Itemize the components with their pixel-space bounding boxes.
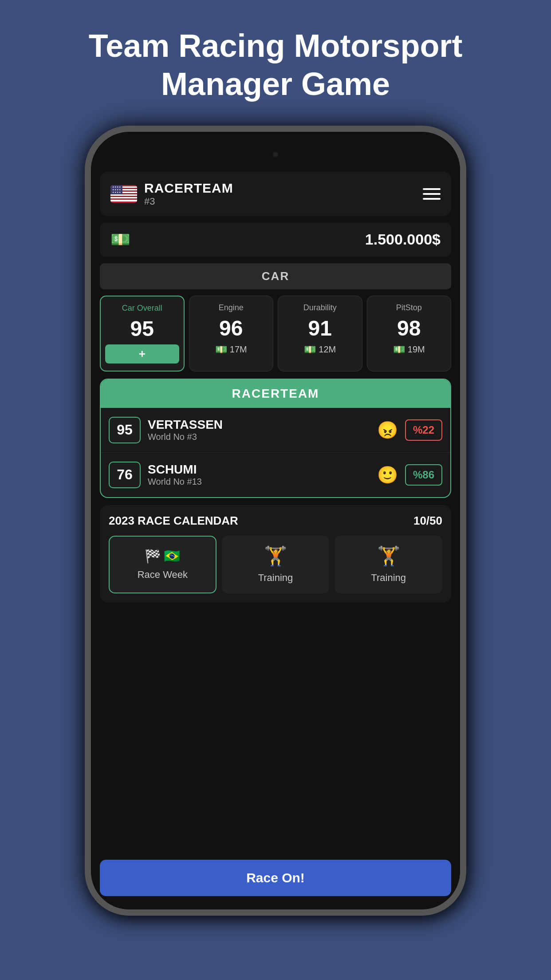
- menu-line-3: [423, 198, 441, 200]
- cost-value-durability: 12M: [319, 344, 336, 355]
- calendar-header: 2023 RACE CALENDAR 10/50: [109, 514, 442, 528]
- money-bar: 💵 1.500.000$: [100, 222, 451, 257]
- bottom-bar: Race On!: [91, 854, 460, 909]
- cost-value-pitstop: 19M: [408, 344, 425, 355]
- stat-card-engine: Engine 96 💵 17M: [189, 296, 274, 371]
- cost-icon-engine: 💵: [215, 344, 227, 356]
- calendar-item-race-week-label: Race Week: [138, 569, 188, 581]
- calendar-progress: 10/50: [413, 514, 442, 528]
- stat-cost-engine: 💵 17M: [215, 344, 247, 356]
- cost-icon-durability: 💵: [304, 344, 316, 356]
- app-header: ★★★★★ ★★★★★ ★★★★★ RACERTEAM #3: [100, 172, 451, 216]
- stat-value-durability: 91: [308, 316, 332, 340]
- driver-row-vertassen[interactable]: 95 VERTASSEN World No #3 😠 %22: [101, 408, 450, 453]
- stat-cost-pitstop: 💵 19M: [393, 344, 425, 356]
- stats-grid: Car Overall 95 + Engine 96 💵 17M: [100, 296, 451, 371]
- stat-card-durability: Durability 91 💵 12M: [278, 296, 362, 371]
- stat-value-pitstop: 98: [397, 316, 421, 340]
- money-amount: 1.500.000$: [365, 231, 441, 248]
- camera-icon: [272, 151, 279, 158]
- driver-world-schumi: World No #13: [148, 477, 370, 487]
- driver-row-schumi[interactable]: 76 SCHUMI World No #13 🙂 %86: [101, 453, 450, 497]
- driver-info-schumi: SCHUMI World No #13: [148, 462, 370, 487]
- team-name: RACERTEAM: [144, 181, 233, 196]
- driver-mood-vertassen: 😠: [377, 420, 398, 440]
- money-icon: 💵: [110, 230, 130, 249]
- phone-frame: ★★★★★ ★★★★★ ★★★★★ RACERTEAM #3: [85, 126, 466, 916]
- screen-content[interactable]: ★★★★★ ★★★★★ ★★★★★ RACERTEAM #3: [91, 167, 460, 854]
- race-on-button[interactable]: Race On!: [100, 860, 451, 896]
- stat-label-engine: Engine: [219, 303, 244, 312]
- driver-rating-schumi: 76: [109, 462, 141, 488]
- team-section: RACERTEAM 95 VERTASSEN World No #3 😠 %22: [100, 379, 451, 498]
- driver-stamina-schumi: %86: [405, 464, 442, 486]
- calendar-item-training-1[interactable]: 🏋 Training: [222, 536, 330, 593]
- stat-value-engine: 96: [219, 316, 243, 340]
- training-icon-1: 🏋: [264, 545, 287, 567]
- menu-line-2: [423, 193, 441, 195]
- phone-mockup: ★★★★★ ★★★★★ ★★★★★ RACERTEAM #3: [85, 126, 466, 916]
- calendar-title: 2023 RACE CALENDAR: [109, 514, 238, 528]
- team-info: RACERTEAM #3: [144, 181, 233, 207]
- stat-cost-durability: 💵 12M: [304, 344, 336, 356]
- stat-card-overall: Car Overall 95 +: [100, 296, 185, 371]
- header-left: ★★★★★ ★★★★★ ★★★★★ RACERTEAM #3: [110, 181, 233, 207]
- stat-card-pitstop: PitStop 98 💵 19M: [367, 296, 452, 371]
- team-number: #3: [144, 196, 233, 207]
- driver-world-vertassen: World No #3: [148, 432, 370, 442]
- notch: [236, 149, 315, 163]
- cost-value-engine: 17M: [230, 344, 247, 355]
- stat-value-overall: 95: [130, 316, 154, 341]
- driver-mood-schumi: 🙂: [377, 465, 398, 485]
- driver-info-vertassen: VERTASSEN World No #3: [148, 418, 370, 442]
- calendar-section: 2023 RACE CALENDAR 10/50 🏁 🇧🇷 Race Week: [100, 505, 451, 602]
- flag-racing-icon: 🏁: [145, 548, 161, 564]
- calendar-item-icons: 🏁 🇧🇷: [145, 548, 180, 564]
- calendar-item-training-2-label: Training: [371, 572, 406, 584]
- training-icon-2: 🏋: [377, 545, 400, 567]
- flag-brazil-icon: 🇧🇷: [164, 548, 180, 564]
- calendar-grid: 🏁 🇧🇷 Race Week 🏋 Training 🏋: [109, 536, 442, 593]
- page-title: Team Racing Motorsport Manager Game: [53, 0, 498, 121]
- us-flag: ★★★★★ ★★★★★ ★★★★★: [110, 185, 137, 203]
- menu-line-1: [423, 188, 441, 190]
- screen: ★★★★★ ★★★★★ ★★★★★ RACERTEAM #3: [91, 132, 460, 909]
- stat-upgrade-button[interactable]: +: [105, 344, 179, 364]
- driver-rating-vertassen: 95: [109, 417, 141, 443]
- driver-stamina-vertassen: %22: [405, 419, 442, 441]
- stat-label-pitstop: PitStop: [396, 303, 422, 312]
- car-section-header: CAR: [100, 263, 451, 289]
- stat-label-overall: Car Overall: [122, 304, 162, 313]
- team-section-title: RACERTEAM: [101, 379, 450, 408]
- status-bar: [91, 132, 460, 167]
- driver-name-schumi: SCHUMI: [148, 462, 370, 477]
- driver-name-vertassen: VERTASSEN: [148, 418, 370, 432]
- calendar-item-race-week[interactable]: 🏁 🇧🇷 Race Week: [109, 536, 216, 593]
- flag-icon: ★★★★★ ★★★★★ ★★★★★: [110, 185, 137, 203]
- cost-icon-pitstop: 💵: [393, 344, 405, 356]
- stat-label-durability: Durability: [303, 303, 337, 312]
- menu-button[interactable]: [423, 188, 441, 200]
- calendar-item-training-1-label: Training: [258, 572, 293, 584]
- flag-canton: ★★★★★ ★★★★★ ★★★★★: [110, 185, 122, 195]
- calendar-item-training-2[interactable]: 🏋 Training: [335, 536, 442, 593]
